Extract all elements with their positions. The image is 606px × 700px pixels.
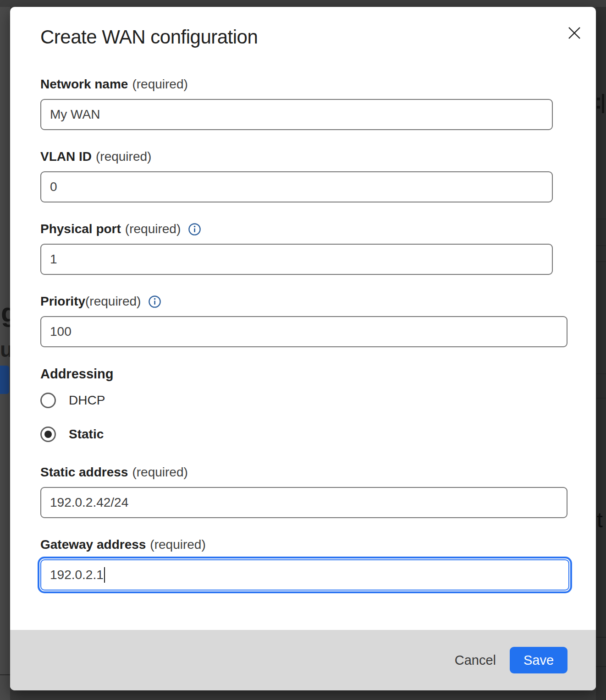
- vlan-id-input[interactable]: [40, 171, 553, 202]
- field-label-text: Priority: [40, 294, 85, 309]
- required-hint: (required): [150, 537, 205, 552]
- dialog-title: Create WAN configuration: [40, 26, 567, 48]
- info-icon[interactable]: [148, 295, 161, 308]
- radio-unselected-icon[interactable]: [40, 393, 56, 408]
- background-line: [596, 245, 606, 246]
- radio-label: Static: [69, 427, 104, 442]
- overlay-left: g u: [0, 0, 10, 700]
- field-vlan-id: VLAN ID (required): [40, 149, 567, 202]
- gateway-address-input[interactable]: [40, 559, 569, 591]
- field-label-text: Network name: [40, 77, 128, 92]
- close-button[interactable]: [566, 24, 583, 42]
- field-gateway-address: Gateway address (required): [40, 537, 567, 591]
- field-label-text: VLAN ID: [40, 149, 92, 164]
- network-name-input[interactable]: [40, 99, 553, 130]
- background-text-fragment: [602, 94, 604, 113]
- background-line: [596, 261, 606, 262]
- background-line: [596, 398, 606, 399]
- background-text-fragment: t: [597, 508, 603, 532]
- radio-option-dhcp[interactable]: DHCP: [40, 392, 567, 409]
- physical-port-input[interactable]: [40, 244, 553, 275]
- field-static-address: Static address (required): [40, 465, 567, 518]
- priority-label: Priority (required): [40, 294, 567, 309]
- background-text-fragment: [597, 106, 600, 109]
- priority-input[interactable]: [40, 316, 567, 347]
- static-address-input[interactable]: [40, 487, 567, 518]
- required-hint: (required): [125, 222, 181, 236]
- overlay-top: [0, 0, 606, 7]
- info-icon[interactable]: [188, 223, 201, 236]
- vlan-id-label: VLAN ID (required): [40, 149, 567, 164]
- physical-port-label: Physical port (required): [40, 222, 567, 236]
- field-priority: Priority (required): [40, 294, 567, 347]
- background-line: [596, 373, 606, 374]
- cancel-button[interactable]: Cancel: [446, 648, 505, 673]
- required-hint: (required): [132, 77, 187, 92]
- save-button[interactable]: Save: [510, 647, 567, 673]
- background-line: [0, 674, 10, 675]
- static-address-label: Static address (required): [40, 465, 567, 480]
- gateway-address-label: Gateway address (required): [40, 537, 567, 552]
- required-hint: (required): [85, 294, 141, 309]
- addressing-section: Addressing DHCP Static: [40, 366, 567, 443]
- required-hint: (required): [132, 465, 187, 480]
- network-name-label: Network name (required): [40, 77, 567, 92]
- background-button-fragment: [0, 366, 9, 394]
- text-cursor: [104, 567, 105, 583]
- addressing-heading: Addressing: [40, 366, 567, 381]
- background-line: [596, 219, 606, 219]
- radio-label: DHCP: [69, 393, 105, 408]
- radio-selected-icon[interactable]: [40, 427, 56, 442]
- background-text-fragment: [597, 98, 600, 100]
- gateway-input-wrapper: [40, 559, 569, 591]
- create-wan-dialog: Create WAN configuration Network name (r…: [10, 7, 596, 690]
- background-line: [596, 666, 606, 667]
- field-physical-port: Physical port (required): [40, 222, 567, 275]
- radio-option-static[interactable]: Static: [40, 426, 567, 443]
- close-icon: [567, 26, 582, 40]
- overlay-right: [596, 0, 606, 700]
- dialog-footer: Cancel Save: [10, 630, 596, 690]
- required-hint: (required): [96, 149, 151, 164]
- field-label-text: Gateway address: [40, 537, 146, 552]
- field-label-text: Physical port: [40, 222, 121, 236]
- background-line: [596, 637, 606, 638]
- field-label-text: Static address: [40, 465, 128, 480]
- field-network-name: Network name (required): [40, 77, 567, 130]
